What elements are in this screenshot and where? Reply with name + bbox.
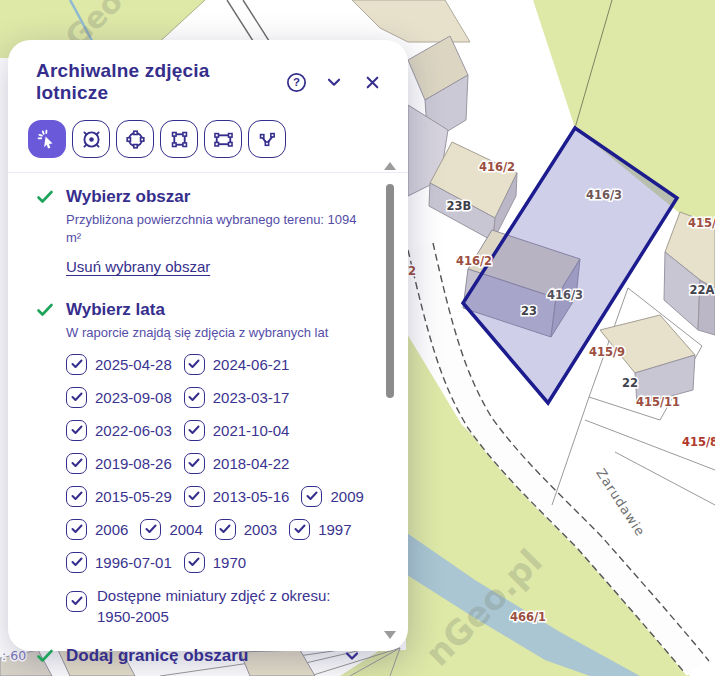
year-label: 1997	[318, 521, 351, 538]
parcel-label: 416/2	[456, 254, 492, 268]
year-checkbox-item[interactable]: 2013-05-16	[184, 486, 290, 507]
section-select-years: Wybierz lata	[36, 300, 368, 320]
year-checkbox-list: 2025-04-282024-06-212023-09-082023-03-17…	[66, 354, 368, 573]
tool-select-extent[interactable]	[204, 120, 242, 158]
year-checkbox-item[interactable]: 2003	[215, 519, 277, 540]
year-checkbox[interactable]	[184, 420, 205, 441]
archival-photos-panel: Archiwalne zdjęcia lotnicze ?	[8, 40, 408, 651]
year-row: 2006200420031997	[66, 519, 368, 540]
parcel-label: 416/3	[547, 288, 583, 302]
parcel-label: 416/2	[479, 160, 515, 174]
scroll-up-arrow[interactable]	[384, 162, 396, 170]
year-label: 2022-06-03	[95, 422, 172, 439]
close-icon[interactable]	[360, 70, 384, 94]
parcel-label: 415/9	[688, 216, 715, 230]
panel-header: Archiwalne zdjęcia lotnicze ?	[8, 40, 408, 104]
thumbnails-checkbox-item[interactable]: Dostępne miniatury zdjęć z okresu: 1950-…	[66, 585, 368, 629]
year-checkbox-item[interactable]: 2023-09-08	[66, 387, 172, 408]
green-check-icon	[36, 648, 54, 664]
year-row: 2023-09-082023-03-17	[66, 387, 368, 408]
year-label: 2023-09-08	[95, 389, 172, 406]
section-select-area: Wybierz obszar	[36, 187, 368, 207]
year-checkbox-item[interactable]: 2022-06-03	[66, 420, 172, 441]
scroll-down-arrow[interactable]	[384, 631, 396, 639]
year-label: 1970	[213, 554, 246, 571]
year-checkbox[interactable]	[184, 354, 205, 375]
parcel-label: 415/8	[682, 435, 715, 449]
year-label: 2006	[95, 521, 128, 538]
year-checkbox-item[interactable]: 2015-05-29	[66, 486, 172, 507]
help-icon[interactable]: ?	[284, 70, 308, 94]
parcel-label: 415/9	[589, 345, 625, 359]
year-row: 2022-06-032021-10-04	[66, 420, 368, 441]
panel-content: Wybierz obszar Przybliżona powierzchnia …	[8, 173, 408, 666]
year-checkbox[interactable]	[66, 486, 87, 507]
year-checkbox-item[interactable]: 2006	[66, 519, 128, 540]
year-label: 2015-05-29	[95, 488, 172, 505]
year-label: 2003	[244, 521, 277, 538]
tool-select-polyline[interactable]	[248, 120, 286, 158]
expand-border-section-button[interactable]	[342, 646, 362, 666]
year-checkbox-item[interactable]: 2018-04-22	[184, 453, 290, 474]
year-checkbox[interactable]	[66, 354, 87, 375]
year-checkbox[interactable]	[301, 486, 322, 507]
panel-title: Archiwalne zdjęcia lotnicze	[36, 60, 284, 104]
tool-select-rectangle[interactable]	[160, 120, 198, 158]
year-checkbox[interactable]	[66, 453, 87, 474]
year-checkbox[interactable]	[184, 486, 205, 507]
year-checkbox-item[interactable]: 1996-07-01	[66, 552, 172, 573]
year-checkbox[interactable]	[184, 453, 205, 474]
year-label: 2018-04-22	[213, 455, 290, 472]
year-checkbox-item[interactable]: 1997	[289, 519, 351, 540]
green-check-icon	[36, 189, 54, 205]
year-row: 1996-07-011970	[66, 552, 368, 573]
svg-text:?: ?	[292, 76, 299, 88]
year-checkbox-item[interactable]: 2004	[140, 519, 202, 540]
remove-area-link[interactable]: Usuń wybrany obszar	[66, 258, 210, 275]
year-checkbox-item[interactable]: 1970	[184, 552, 246, 573]
year-checkbox-item[interactable]: 2023-03-17	[184, 387, 290, 408]
thumbnails-checkbox[interactable]	[66, 591, 87, 612]
parcel-label: 415/11	[636, 395, 680, 409]
year-checkbox[interactable]	[66, 519, 87, 540]
year-checkbox-item[interactable]: 2009	[301, 486, 363, 507]
parcel-label: 466/1	[510, 610, 546, 624]
year-checkbox[interactable]	[66, 387, 87, 408]
tool-select-pointer[interactable]	[28, 120, 66, 158]
year-checkbox[interactable]	[289, 519, 310, 540]
parcel-label: 22A	[690, 283, 715, 297]
select-area-heading: Wybierz obszar	[66, 187, 190, 207]
year-label: 2025-04-28	[95, 356, 172, 373]
year-checkbox[interactable]	[184, 552, 205, 573]
parcel-label: 416/3	[586, 188, 622, 202]
year-checkbox[interactable]	[184, 387, 205, 408]
years-description: W raporcie znajdą się zdjęcia z wybranyc…	[66, 324, 368, 342]
collapse-panel-button[interactable]	[322, 70, 346, 94]
year-row: 2015-05-292013-05-162009	[66, 486, 368, 507]
year-label: 2021-10-04	[213, 422, 290, 439]
area-description: Przybliżona powierzchnia wybranego teren…	[66, 211, 368, 246]
tool-select-point[interactable]	[72, 120, 110, 158]
year-checkbox[interactable]	[140, 519, 161, 540]
green-check-icon	[36, 302, 54, 318]
select-years-heading: Wybierz lata	[66, 300, 165, 320]
scrollbar-thumb[interactable]	[386, 184, 394, 398]
year-checkbox-item[interactable]: 2019-08-26	[66, 453, 172, 474]
parcel-label: 23	[521, 304, 537, 318]
year-checkbox-item[interactable]: 2024-06-21	[184, 354, 290, 375]
parcel-label: 22	[622, 376, 638, 390]
year-label: 2009	[330, 488, 363, 505]
year-row: 2025-04-282024-06-21	[66, 354, 368, 375]
year-checkbox[interactable]	[215, 519, 236, 540]
year-checkbox[interactable]	[66, 420, 87, 441]
parcel-label: 23B	[447, 199, 472, 213]
thumbnails-label: Dostępne miniatury zdjęć z okresu: 1950-…	[97, 585, 368, 629]
year-label: 2023-03-17	[213, 389, 290, 406]
year-checkbox[interactable]	[66, 552, 87, 573]
year-checkbox-item[interactable]: 2021-10-04	[184, 420, 290, 441]
year-label: 2013-05-16	[213, 488, 290, 505]
year-checkbox-item[interactable]: 2025-04-28	[66, 354, 172, 375]
year-label: 1996-07-01	[95, 554, 172, 571]
add-border-heading: Dodaj granicę obszaru	[66, 646, 248, 666]
tool-select-circle[interactable]	[116, 120, 154, 158]
